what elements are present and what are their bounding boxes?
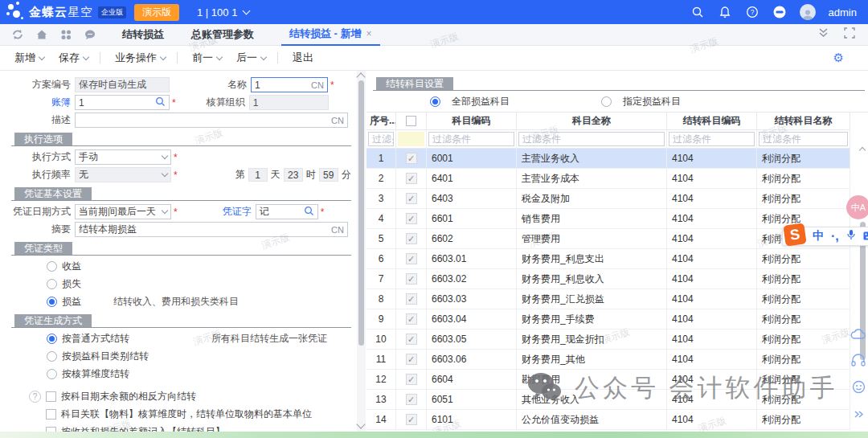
ime-punctuation-icon[interactable]: ·, <box>831 229 839 244</box>
voucher-word-label-link[interactable]: 凭证字 <box>178 205 252 219</box>
notification-bell-icon[interactable] <box>718 5 732 19</box>
radio-normal-transfer[interactable] <box>47 334 57 344</box>
checkbox-material-unit[interactable] <box>46 409 56 420</box>
col-header-transfer-name[interactable]: 结转科目名称 <box>757 113 850 130</box>
col-header-select-all[interactable] <box>396 113 427 130</box>
ime-keyboard-icon[interactable] <box>863 229 868 244</box>
description-input[interactable]: CN <box>75 113 348 128</box>
voucher-word-input[interactable]: 记 <box>256 204 318 219</box>
table-row[interactable]: 3✓6403税金及附加4104利润分配 <box>366 189 868 209</box>
table-row[interactable]: 12✓6604勘探费用4104利润分配 <box>366 370 868 390</box>
radio-profit-loss[interactable] <box>47 297 57 307</box>
table-row[interactable]: 2✓6401主营业务成本4104利润分配 <box>366 169 868 189</box>
row-checkbox[interactable]: ✓ <box>406 153 417 164</box>
sync-icon[interactable] <box>11 28 24 41</box>
search-icon[interactable] <box>690 5 705 19</box>
row-checkbox[interactable]: ✓ <box>406 253 417 264</box>
row-checkbox[interactable]: ✓ <box>406 233 417 244</box>
table-row[interactable]: 10✓6603.05财务费用_现金折扣4104利润分配 <box>366 330 868 350</box>
filter-input-tname[interactable]: 过滤条件 <box>759 132 848 146</box>
fullscreen-icon[interactable] <box>844 27 855 42</box>
row-checkbox[interactable]: ✓ <box>406 293 417 305</box>
exec-mode-select[interactable]: 手动 <box>75 149 171 165</box>
filter-input-no[interactable]: 过滤条件 <box>368 132 394 146</box>
user-avatar[interactable] <box>800 4 816 20</box>
ime-toolbar[interactable]: S 中 ·, <box>782 227 868 246</box>
checkbox-reverse-direction[interactable] <box>46 391 56 402</box>
col-header-transfer-code[interactable]: 结转科目编码 <box>667 113 757 130</box>
do-not-disturb-icon[interactable] <box>772 5 787 19</box>
help-circle-icon[interactable]: ? <box>29 391 41 403</box>
demo-version-badge[interactable]: 演示版 <box>134 4 179 21</box>
settings-gear-icon[interactable]: ⚙ <box>833 51 844 65</box>
row-checkbox[interactable]: ✓ <box>406 334 417 345</box>
save-button[interactable]: 保存 <box>59 51 88 65</box>
message-icon[interactable] <box>84 28 96 41</box>
name-input[interactable]: 1CN <box>251 77 328 92</box>
ledger-label-link[interactable]: 账簿 <box>11 96 71 109</box>
collapse-double-chevron-icon[interactable] <box>817 27 829 42</box>
headphones-icon[interactable] <box>851 354 866 370</box>
left-panel-scrollbar[interactable] <box>357 71 366 432</box>
row-checkbox[interactable]: ✓ <box>406 213 417 224</box>
previous-button[interactable]: 前一 <box>192 51 222 65</box>
ledger-input[interactable]: 1 <box>75 95 170 110</box>
filter-cell-checkbox[interactable] <box>398 132 424 146</box>
table-row[interactable]: 8✓6603.03财务费用_汇兑损益4104利润分配 <box>366 289 868 309</box>
select-all-checkbox[interactable] <box>406 116 416 126</box>
workspace-selector[interactable]: 1 | 100 1 <box>197 6 249 18</box>
ime-microphone-icon[interactable] <box>846 229 856 244</box>
lookup-search-icon[interactable] <box>155 96 166 109</box>
summary-input[interactable]: 结转本期损益CN <box>75 222 348 237</box>
scrollbar-thumb[interactable] <box>358 80 364 346</box>
table-row[interactable]: 11✓6603.06财务费用_其他4104利润分配 <box>366 350 868 370</box>
radio-by-dimension[interactable] <box>47 369 57 379</box>
row-checkbox[interactable]: ✓ <box>406 193 417 204</box>
row-checkbox[interactable]: ✓ <box>406 394 417 405</box>
row-checkbox[interactable]: ✓ <box>406 414 417 425</box>
next-button[interactable]: 后一 <box>236 51 266 65</box>
table-row[interactable]: 6✓6603.01财务费用_利息支出4104利润分配 <box>366 249 868 269</box>
ime-chinese-mode-icon[interactable]: 中 <box>813 229 824 244</box>
new-button[interactable]: 新增 <box>14 51 44 65</box>
col-header-no[interactable]: 序号... <box>366 113 396 130</box>
smiley-icon[interactable] <box>852 380 866 397</box>
schedule-minute-field[interactable]: 59 <box>319 168 338 182</box>
table-row[interactable]: 7✓6603.02财务费用_利息收入4104利润分配 <box>366 269 868 289</box>
table-row[interactable]: 13✓6051其他业务收入4104利润分配 <box>366 390 868 410</box>
voucher-date-mode-select[interactable]: 当前期间最后一天 <box>75 204 171 219</box>
col-header-account-name[interactable]: 科目全称 <box>517 113 667 130</box>
filter-input-code[interactable]: 过滤条件 <box>428 132 514 146</box>
tab-transfer-pl[interactable]: 结转损益 <box>114 24 172 46</box>
expand-double-chevron-icon[interactable] <box>854 407 864 422</box>
help-icon[interactable]: ? <box>745 5 760 19</box>
table-row[interactable]: 14✓6101公允价值变动损益4104利润分配 <box>366 410 868 430</box>
row-checkbox[interactable]: ✓ <box>406 173 417 184</box>
tab-transfer-pl-new[interactable]: 结转损益 - 新增× <box>281 24 380 46</box>
filter-input-tcode[interactable]: 过滤条件 <box>669 132 755 146</box>
tab-gl-params[interactable]: 总账管理参数 <box>183 24 262 46</box>
radio-all-pl-accounts[interactable] <box>430 96 440 107</box>
row-checkbox[interactable]: ✓ <box>406 374 417 385</box>
col-header-account-code[interactable]: 科目编码 <box>427 113 517 130</box>
sogou-logo-icon[interactable]: S <box>783 223 806 246</box>
home-icon[interactable] <box>35 28 48 41</box>
username-label[interactable]: admin <box>829 6 857 18</box>
row-checkbox[interactable]: ✓ <box>406 273 417 284</box>
business-operations-button[interactable]: 业务操作 <box>115 51 166 65</box>
scroll-up-icon[interactable] <box>859 147 866 154</box>
radio-by-pl-category[interactable] <box>47 351 57 362</box>
apps-grid-icon[interactable] <box>59 28 72 41</box>
table-row[interactable]: 1✓6001主营业务收入4104利润分配 <box>366 149 868 169</box>
cloud-icon[interactable] <box>850 328 866 343</box>
row-checkbox[interactable]: ✓ <box>406 354 417 365</box>
schedule-day-field[interactable]: 1 <box>248 168 268 182</box>
exec-freq-select[interactable]: 无 <box>75 167 171 182</box>
translate-bubble-icon[interactable]: 中A <box>846 195 868 219</box>
schedule-hour-field[interactable]: 23 <box>284 168 303 182</box>
radio-income[interactable] <box>47 261 57 272</box>
filter-input-name[interactable]: 过滤条件 <box>518 132 665 146</box>
table-row[interactable]: 9✓6603.04财务费用_手续费4104利润分配 <box>366 309 868 330</box>
radio-loss[interactable] <box>47 279 57 289</box>
exit-button[interactable]: 退出 <box>293 51 313 65</box>
